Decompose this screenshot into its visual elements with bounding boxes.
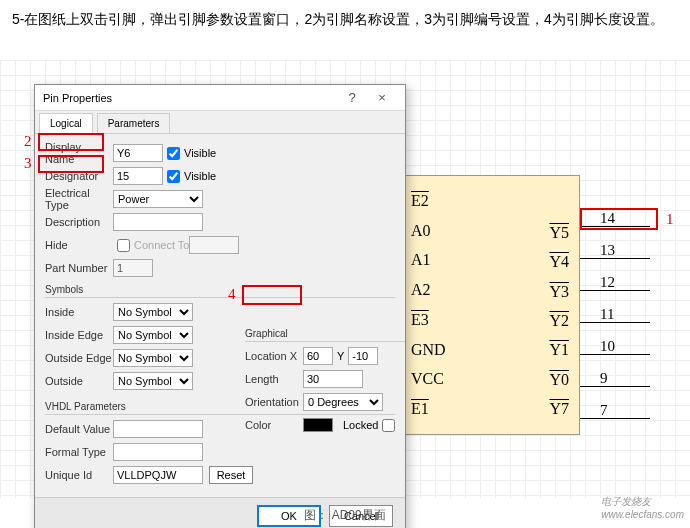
- description-input[interactable]: [113, 213, 203, 231]
- outside-edge-label: Outside Edge: [45, 352, 113, 364]
- annotation-box-4: [242, 285, 302, 305]
- formal-type-label: Formal Type: [45, 446, 113, 458]
- inside-edge-select[interactable]: No Symbol: [113, 326, 193, 344]
- watermark: 电子发烧友www.elecfans.com: [601, 495, 684, 520]
- inside-edge-label: Inside Edge: [45, 329, 113, 341]
- orientation-label: Orientation: [245, 396, 303, 408]
- outside-edge-select[interactable]: No Symbol: [113, 349, 193, 367]
- annotation-label-2: 2: [24, 133, 32, 150]
- locked-label: Locked: [343, 419, 378, 431]
- outside-label: Outside: [45, 375, 113, 387]
- figure-caption: 图： AD09界面: [0, 507, 690, 524]
- designator-input[interactable]: [113, 167, 163, 185]
- default-value-input[interactable]: [113, 420, 203, 438]
- annotation-box-3: [38, 155, 104, 173]
- annotation-box-1: [580, 208, 658, 230]
- inside-label: Inside: [45, 306, 113, 318]
- close-icon[interactable]: ×: [367, 90, 397, 105]
- connect-to-input: [189, 236, 239, 254]
- visible-label: Visible: [184, 147, 216, 159]
- locked-checkbox[interactable]: [382, 419, 395, 432]
- part-number-input: [113, 259, 153, 277]
- reset-button[interactable]: Reset: [209, 466, 253, 484]
- designator-visible-checkbox[interactable]: [167, 170, 180, 183]
- display-name-visible-checkbox[interactable]: [167, 147, 180, 160]
- inside-select[interactable]: No Symbol: [113, 303, 193, 321]
- unique-id-input[interactable]: [113, 466, 203, 484]
- length-label: Length: [245, 373, 303, 385]
- location-y-input[interactable]: [348, 347, 378, 365]
- pin-line[interactable]: [580, 418, 650, 419]
- formal-type-input[interactable]: [113, 443, 203, 461]
- length-input[interactable]: [303, 370, 363, 388]
- pin-line[interactable]: [580, 354, 650, 355]
- orientation-select[interactable]: 0 Degrees: [303, 393, 383, 411]
- dialog-titlebar[interactable]: Pin Properties ? ×: [35, 85, 405, 111]
- color-swatch[interactable]: [303, 418, 333, 432]
- schematic-canvas: E2 A0 A1 A2 E3 GND VCC E1 Y5 Y4 Y3 Y2 Y1…: [0, 60, 690, 498]
- unique-id-label: Unique Id: [45, 469, 113, 481]
- hide-checkbox[interactable]: [117, 239, 130, 252]
- chip-component[interactable]: E2 A0 A1 A2 E3 GND VCC E1 Y5 Y4 Y3 Y2 Y1…: [400, 175, 580, 435]
- tab-parameters[interactable]: Parameters: [97, 113, 171, 133]
- pin-number: 9: [600, 370, 608, 387]
- pin-line[interactable]: [580, 322, 650, 323]
- outside-select[interactable]: No Symbol: [113, 372, 193, 390]
- graphical-section-title: Graphical: [245, 328, 405, 339]
- default-value-label: Default Value: [45, 423, 113, 435]
- annotation-label-4: 4: [228, 286, 236, 303]
- tab-logical[interactable]: Logical: [39, 113, 93, 133]
- pin-line[interactable]: [580, 386, 650, 387]
- dialog-tabs: Logical Parameters: [35, 111, 405, 134]
- chip-right-pins: Y5 Y4 Y3 Y2 Y1 Y0 Y7: [549, 218, 569, 424]
- description-label: Description: [45, 216, 113, 228]
- display-name-input[interactable]: [113, 144, 163, 162]
- location-x-label: Location X: [245, 350, 303, 362]
- pin-number: 10: [600, 338, 615, 355]
- annotation-label-1: 1: [666, 211, 674, 228]
- electrical-type-select[interactable]: Power: [113, 190, 203, 208]
- pin-number: 7: [600, 402, 608, 419]
- color-label: Color: [245, 419, 303, 431]
- pin-number: 11: [600, 306, 614, 323]
- symbols-section-title: Symbols: [45, 284, 395, 295]
- pin-line[interactable]: [580, 290, 650, 291]
- location-y-label: Y: [337, 350, 344, 362]
- pin-number: 13: [600, 242, 615, 259]
- part-number-label: Part Number: [45, 262, 113, 274]
- visible-label: Visible: [184, 170, 216, 182]
- chip-left-pins: E2 A0 A1 A2 E3 GND VCC E1: [411, 186, 446, 424]
- annotation-label-3: 3: [24, 155, 32, 172]
- instruction-text: 5-在图纸上双击引脚，弹出引脚参数设置窗口，2为引脚名称设置，3为引脚编号设置，…: [0, 0, 690, 38]
- pin-line[interactable]: [580, 258, 650, 259]
- location-x-input[interactable]: [303, 347, 333, 365]
- dialog-title: Pin Properties: [43, 92, 337, 104]
- electrical-type-label: Electrical Type: [45, 187, 113, 211]
- connect-to-label: Connect To: [134, 239, 189, 251]
- annotation-box-2: [38, 133, 104, 151]
- help-icon[interactable]: ?: [337, 90, 367, 105]
- pin-number: 12: [600, 274, 615, 291]
- hide-label: Hide: [45, 239, 113, 251]
